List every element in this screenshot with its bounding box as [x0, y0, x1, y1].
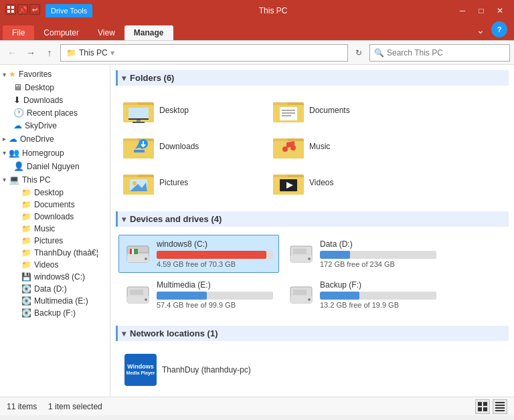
sidebar-item-c-drive[interactable]: 💾 windows8 (C:) — [0, 271, 110, 283]
network-expand-arrow[interactable]: ▾ — [122, 329, 126, 338]
search-icon: 🔍 — [374, 48, 384, 58]
sidebar-section-favorites[interactable]: ▾ ★ Favorites — [0, 68, 110, 81]
details-view-button[interactable] — [493, 399, 507, 414]
sidebar-item-documents-pc[interactable]: 📁 Documents — [0, 199, 110, 211]
drive-c[interactable]: windows8 (C:) 4.59 GB free of 70.3 GB — [118, 235, 279, 273]
star-icon: ★ — [9, 70, 16, 79]
drive-f-label: Backup (F:) — [320, 280, 436, 290]
svg-rect-7 — [128, 108, 149, 120]
svg-rect-44 — [134, 249, 138, 254]
help-button[interactable]: ? — [491, 21, 507, 37]
folders-expand-arrow[interactable]: ▾ — [122, 74, 126, 83]
sidebar-section-onedrive[interactable]: ▸ ☁ OneDrive — [0, 132, 110, 146]
drive-f-info: Backup (F:) 13.2 GB free of 19.9 GB — [320, 280, 436, 309]
drive-e-free: 57.4 GB free of 99.9 GB — [157, 301, 273, 309]
drive-e-bar-fill — [157, 292, 207, 300]
drive-d[interactable]: Data (D:) 172 GB free of 234 GB — [282, 235, 442, 273]
sidebar-item-f-drive[interactable]: 💽 Backup (F:) — [0, 307, 110, 319]
sidebar-label-desktop-fav: Desktop — [25, 83, 54, 92]
sys-menu-icon[interactable] — [5, 4, 16, 15]
ribbon: File Computer View Manage ⌄ ? — [0, 21, 514, 41]
expand-arrow-thispc: ▾ — [3, 176, 6, 183]
svg-rect-15 — [282, 110, 295, 111]
minimize-button[interactable]: ─ — [454, 2, 471, 19]
sidebar-item-videos-pc[interactable]: 📁 Videos — [0, 259, 110, 271]
sidebar-item-skydrive[interactable]: ☁ SkyDrive — [0, 119, 110, 132]
svg-point-57 — [308, 298, 311, 301]
sidebar-label-documents-pc: Documents — [34, 200, 75, 209]
forward-button[interactable]: → — [23, 45, 39, 61]
svg-rect-42 — [130, 249, 132, 254]
folder-pictures-svg — [123, 169, 155, 196]
drive-d-bar-fill — [320, 251, 350, 259]
sidebar-item-recent[interactable]: 🕐 Recent places — [0, 106, 110, 119]
folder-pictures-label: Pictures — [159, 178, 188, 187]
svg-rect-17 — [282, 115, 291, 116]
folder-documents-icon: 📁 — [21, 200, 31, 209]
recent-icon: 🕐 — [13, 108, 24, 118]
folder-documents[interactable]: Documents — [268, 94, 416, 127]
devices-expand-arrow[interactable]: ▾ — [122, 215, 126, 224]
main-area: ▾ ★ Favorites 🖥 Desktop ⬇ Downloads 🕐 Re… — [0, 65, 514, 397]
sidebar-item-pictures-pc[interactable]: 📁 Pictures — [0, 235, 110, 247]
folder-music-svg — [273, 133, 305, 160]
back-button[interactable]: ← — [4, 45, 20, 61]
folder-videos-svg — [273, 169, 305, 196]
tab-file[interactable]: File — [3, 25, 34, 40]
sidebar-label-downloads-fav: Downloads — [23, 96, 63, 105]
sidebar-item-desktop-fav[interactable]: 🖥 Desktop — [0, 81, 110, 94]
network-items: Windows Media Player ThanhDuy (thanhduy-… — [116, 346, 509, 393]
network-item-thanhduy[interactable]: Windows Media Player ThanhDuy (thanhduy-… — [118, 349, 257, 391]
sidebar-label-desktop-pc: Desktop — [34, 188, 64, 197]
svg-rect-1 — [11, 6, 14, 9]
drive-c-free: 4.59 GB free of 70.3 GB — [157, 260, 273, 268]
pin-icon[interactable]: 📌 — [17, 4, 28, 15]
sidebar-item-music-pc[interactable]: 📁 Music — [0, 223, 110, 235]
onedrive-icon: ☁ — [9, 134, 17, 144]
folder-videos[interactable]: Videos — [268, 166, 416, 199]
sidebar-item-desktop-pc[interactable]: 📁 Desktop — [0, 187, 110, 199]
folder-downloads[interactable]: Downloads — [118, 130, 266, 163]
search-input[interactable] — [387, 48, 505, 58]
thispc-icon: 💻 — [9, 175, 19, 185]
sidebar-label-music-pc: Music — [34, 224, 55, 233]
sidebar-section-thispc[interactable]: ▾ 💻 This PC — [0, 173, 110, 187]
folder-desktop-label: Desktop — [159, 106, 189, 115]
close-button[interactable]: ✕ — [491, 2, 509, 19]
status-bar: 11 items 1 item selected — [0, 397, 514, 415]
svg-rect-59 — [478, 402, 482, 406]
drive-e-info: Multimedia (E:) 57.4 GB free of 99.9 GB — [157, 280, 273, 309]
drive-tools-tab[interactable]: Drive Tools — [46, 4, 92, 17]
search-box: 🔍 — [369, 44, 510, 62]
folder-pictures[interactable]: Pictures — [118, 166, 266, 199]
up-button[interactable]: ↑ — [41, 45, 58, 61]
drive-e-label: Multimedia (E:) — [157, 280, 273, 290]
sidebar-item-daniel[interactable]: 👤 Daniel Nguyen — [0, 160, 110, 173]
sidebar-label-thispc: This PC — [22, 175, 51, 185]
sidebar-section-homegroup[interactable]: ▾ 👥 Homegroup — [0, 146, 110, 160]
tab-manage[interactable]: Manage — [124, 25, 173, 40]
folder-documents-svg — [273, 97, 305, 124]
address-path[interactable]: 📁 This PC ▾ — [60, 44, 348, 62]
sidebar-item-d-drive[interactable]: 💽 Data (D:) — [0, 283, 110, 295]
drive-f[interactable]: Backup (F:) 13.2 GB free of 19.9 GB — [282, 276, 442, 314]
ribbon-chevron-icon[interactable]: ⌄ — [473, 23, 489, 37]
maximize-button[interactable]: □ — [473, 2, 490, 19]
svg-point-32 — [133, 181, 137, 185]
tab-computer[interactable]: Computer — [34, 25, 88, 40]
sidebar-item-downloads-fav[interactable]: ⬇ Downloads — [0, 94, 110, 106]
large-icons-view-button[interactable] — [475, 399, 490, 414]
drive-e-bar-bg — [157, 292, 273, 300]
svg-point-46 — [145, 257, 147, 260]
sidebar-item-e-drive[interactable]: 💽 Multimedia (E:) — [0, 295, 110, 307]
drive-e[interactable]: Multimedia (E:) 57.4 GB free of 99.9 GB — [118, 276, 279, 314]
folder-desktop[interactable]: Desktop — [118, 94, 266, 127]
folder-music[interactable]: Music — [268, 130, 416, 163]
undo-icon[interactable]: ↩ — [29, 4, 40, 15]
svg-rect-58 — [293, 290, 307, 295]
sidebar-item-downloads-pc[interactable]: 📁 Downloads — [0, 211, 110, 223]
refresh-button[interactable]: ↻ — [351, 45, 367, 61]
tab-view[interactable]: View — [88, 25, 124, 40]
sidebar-item-thanhduy-pc[interactable]: 📁 ThanhDuy (thaâ€¦ — [0, 247, 110, 259]
network-icon: Windows Media Player — [124, 354, 157, 386]
